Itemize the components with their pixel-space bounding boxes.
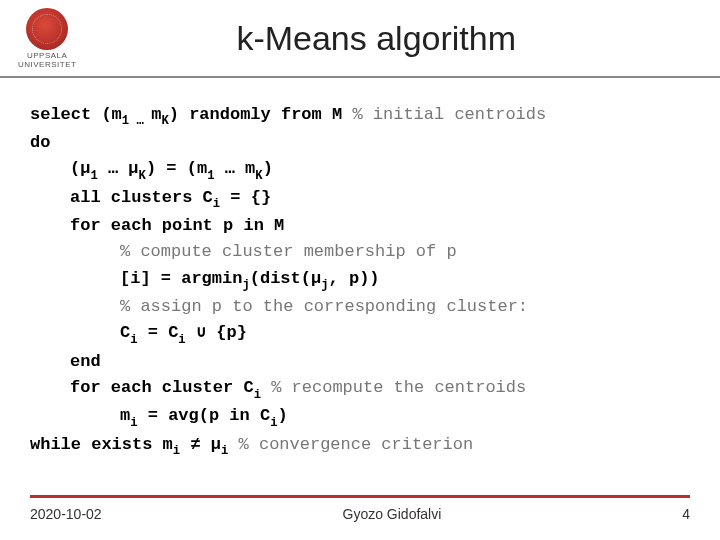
university-logo: UPPSALA UNIVERSITET: [18, 8, 76, 70]
code-line: for each point p in M: [30, 213, 690, 239]
footer-row: 2020-10-02 Gyozo Gidofalvi 4: [30, 506, 690, 522]
logo-line2: UNIVERSITET: [18, 60, 76, 69]
logo-text: UPPSALA UNIVERSITET: [18, 52, 76, 70]
code-line: % assign p to the corresponding cluster:: [30, 294, 690, 320]
code-line: select (m1 … mK) randomly from M % initi…: [30, 102, 690, 130]
seal-icon: [26, 8, 68, 50]
code-line: for each cluster Ci % recompute the cent…: [30, 375, 690, 403]
code-line: mi = avg(p in Ci): [30, 403, 690, 431]
code-line: all clusters Ci = {}: [30, 185, 690, 213]
footer-date: 2020-10-02: [30, 506, 102, 522]
code-line: while exists mi ≠ µi % convergence crite…: [30, 432, 690, 460]
code-line: end: [30, 349, 690, 375]
code-line: (µ1 … µK) = (m1 … mK): [30, 156, 690, 184]
slide-footer: 2020-10-02 Gyozo Gidofalvi 4: [0, 495, 720, 522]
footer-page: 4: [682, 506, 690, 522]
code-line: % compute cluster membership of p: [30, 239, 690, 265]
code-line: do: [30, 130, 690, 156]
slide-header: UPPSALA UNIVERSITET k-Means algorithm: [0, 0, 720, 78]
code-line: [i] = argminj(dist(µj, p)): [30, 266, 690, 294]
code-line: Ci = Ci ∪ {p}: [30, 320, 690, 348]
logo-line1: UPPSALA: [27, 51, 67, 60]
footer-rule: [30, 495, 690, 498]
slide-title: k-Means algorithm: [100, 19, 702, 58]
footer-author: Gyozo Gidofalvi: [343, 506, 442, 522]
code-block: select (m1 … mK) randomly from M % initi…: [0, 78, 720, 470]
